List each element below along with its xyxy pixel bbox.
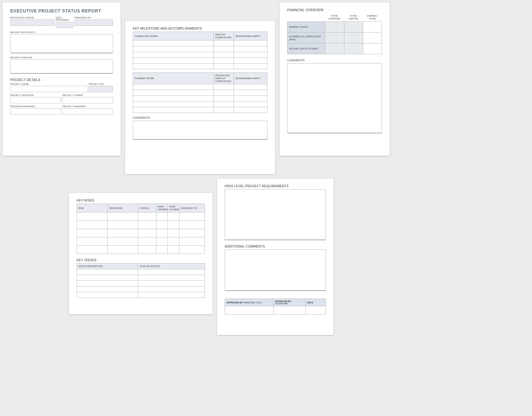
input-requirements[interactable]: [225, 189, 326, 240]
table-cell[interactable]: [133, 52, 214, 58]
table-cell[interactable]: [77, 269, 138, 275]
table-cell[interactable]: [234, 107, 267, 113]
table-cell[interactable]: [214, 52, 234, 58]
table-cell[interactable]: [234, 90, 267, 96]
table-cell[interactable]: [214, 41, 234, 46]
table-cell[interactable]: [234, 46, 267, 52]
table-cell[interactable]: [133, 90, 214, 96]
table-cell[interactable]: [214, 101, 234, 107]
table-cell[interactable]: [77, 221, 108, 229]
table-cell[interactable]: [138, 281, 205, 286]
table-cell[interactable]: [138, 212, 156, 221]
table-cell[interactable]: [214, 58, 234, 63]
table-cell[interactable]: [305, 306, 326, 315]
table-cell[interactable]: [168, 221, 179, 229]
table-cell[interactable]: [168, 246, 179, 254]
input-prepared-by[interactable]: [74, 19, 113, 26]
table-cell[interactable]: [273, 306, 305, 315]
table-cell[interactable]: [325, 33, 344, 43]
table-cell[interactable]: [234, 84, 267, 90]
table-cell[interactable]: [214, 63, 234, 69]
input-project-no[interactable]: [89, 86, 113, 92]
table-cell[interactable]: [234, 96, 267, 101]
input-project-owner[interactable]: [62, 97, 113, 103]
table-cell[interactable]: [179, 212, 205, 221]
table-cell[interactable]: [108, 229, 138, 237]
table-cell[interactable]: [108, 212, 138, 221]
table-cell[interactable]: [234, 52, 267, 58]
table-cell[interactable]: [77, 212, 108, 221]
table-cell[interactable]: [133, 96, 214, 101]
table-cell[interactable]: [133, 101, 214, 107]
table-cell[interactable]: [325, 22, 344, 33]
table-cell[interactable]: [214, 96, 234, 101]
input-project-name[interactable]: [10, 86, 87, 92]
th-risk: RISK: [77, 204, 108, 212]
table-cell[interactable]: [77, 286, 138, 292]
table-cell[interactable]: [214, 107, 234, 113]
table-cell[interactable]: [234, 58, 267, 63]
table-cell[interactable]: [214, 90, 234, 96]
table-cell[interactable]: [138, 275, 205, 281]
input-report-recipients[interactable]: [10, 34, 113, 53]
input-report-purpose[interactable]: [10, 59, 113, 74]
table-cell[interactable]: [225, 306, 273, 315]
table-cell[interactable]: [325, 43, 344, 54]
table-cell[interactable]: [133, 63, 214, 69]
table-cell[interactable]: [179, 221, 205, 229]
table-cell[interactable]: [156, 221, 168, 229]
table-cell[interactable]: [179, 229, 205, 237]
table-cell[interactable]: [138, 237, 156, 246]
table-cell[interactable]: [77, 275, 138, 281]
input-comments-milestones[interactable]: [133, 121, 267, 140]
table-cell[interactable]: [133, 46, 214, 52]
table-cell[interactable]: [133, 41, 214, 46]
table-cell[interactable]: [214, 84, 234, 90]
table-cell[interactable]: [344, 33, 363, 43]
table-cell[interactable]: [168, 229, 179, 237]
table-cell[interactable]: [138, 229, 156, 237]
table-cell[interactable]: [179, 237, 205, 246]
table-cell[interactable]: [363, 22, 382, 33]
table-cell[interactable]: [77, 292, 138, 298]
table-cell[interactable]: [234, 41, 267, 46]
table-cell[interactable]: [133, 107, 214, 113]
table-cell[interactable]: [138, 246, 156, 254]
table-approval: APPROVED BY NAME AND TITLE APPROVED BY S…: [225, 299, 326, 315]
table-cell[interactable]: [108, 246, 138, 254]
table-cell[interactable]: [77, 237, 108, 246]
table-cell[interactable]: [344, 22, 363, 33]
input-project-sponsor[interactable]: [10, 97, 61, 103]
input-project-manager[interactable]: [62, 108, 113, 115]
table-cell[interactable]: [138, 286, 205, 292]
table-cell[interactable]: [156, 246, 168, 254]
table-cell[interactable]: [156, 229, 168, 237]
table-cell[interactable]: [133, 58, 214, 63]
table-cell[interactable]: [133, 84, 214, 90]
input-date-prepared[interactable]: [56, 22, 73, 28]
table-cell[interactable]: [214, 46, 234, 52]
th-date-opened: DATE OPENED: [156, 204, 168, 212]
table-cell[interactable]: [363, 43, 382, 54]
table-cell[interactable]: [138, 221, 156, 229]
table-cell[interactable]: [363, 33, 382, 43]
input-additional-comments[interactable]: [225, 249, 326, 291]
table-cell[interactable]: [234, 63, 267, 69]
table-cell[interactable]: [168, 237, 179, 246]
table-cell[interactable]: [168, 212, 179, 221]
input-comments-financial[interactable]: [287, 63, 382, 133]
table-cell[interactable]: [156, 212, 168, 221]
table-cell[interactable]: [108, 221, 138, 229]
table-cell[interactable]: [77, 281, 138, 286]
table-cell[interactable]: [77, 229, 108, 237]
table-cell[interactable]: [156, 237, 168, 246]
table-cell[interactable]: [179, 246, 205, 254]
table-cell[interactable]: [77, 246, 108, 254]
table-cell[interactable]: [344, 43, 363, 54]
input-program-manager[interactable]: [10, 108, 61, 115]
table-cell[interactable]: [234, 101, 267, 107]
input-reporting-period[interactable]: [10, 19, 55, 26]
table-cell[interactable]: [108, 237, 138, 246]
table-cell[interactable]: [138, 292, 205, 298]
table-cell[interactable]: [138, 269, 205, 275]
